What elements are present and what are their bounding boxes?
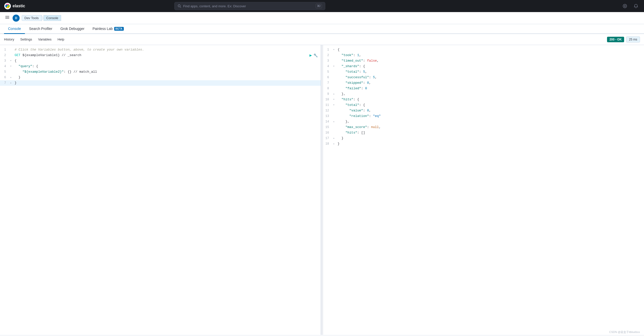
line-content-6: }	[13, 75, 321, 80]
tab-console[interactable]: Console	[4, 24, 25, 34]
line-2-actions: ▶ 🔧	[309, 53, 321, 58]
line-num-1: 1	[0, 47, 9, 52]
editor-line-7: 7 ▴ }	[0, 80, 321, 86]
user-avatar[interactable]: D	[13, 15, 20, 22]
svg-point-4	[5, 5, 7, 8]
response-line-17: 17 ▴ }	[323, 136, 644, 141]
tabs-bar: Console Search Profiler Grok Debugger Pa…	[0, 24, 644, 34]
response-line-12: 12 "value": 0,	[323, 108, 644, 113]
nav-icons	[621, 2, 640, 10]
breadcrumb-devtools[interactable]: Dev Tools	[22, 15, 42, 21]
line-content-7: }	[13, 80, 321, 86]
breadcrumb-separator	[42, 15, 44, 21]
response-line-13: 13 "relation": "eq"	[323, 113, 644, 119]
line-num-4: 4	[0, 64, 9, 69]
editor-line-2: 2 GET ${exampleVariable1} // _search ▶ 🔧	[0, 53, 321, 58]
search-icon	[178, 4, 181, 8]
right-response-pane[interactable]: 1 ▾ { 2 "took": 1, 3 "timed_out": false,…	[323, 45, 644, 335]
editor-code-lines: 1 # Click the Variables button, above, t…	[0, 45, 321, 88]
response-line-15: 15 "max_score": null,	[323, 124, 644, 130]
response-line-1: 1 ▾ {	[323, 47, 644, 53]
svg-line-7	[180, 7, 181, 8]
response-line-7: 7 "skipped": 0,	[323, 80, 644, 86]
response-line-11: 11 ▾ "total": {	[323, 102, 644, 108]
line-content-2: GET ${exampleVariable1} // _search	[13, 53, 309, 58]
tab-search-profiler[interactable]: Search Profiler	[25, 24, 56, 34]
line-num-6: 6	[0, 75, 9, 80]
line-content-4: "query": {	[13, 64, 321, 69]
hamburger-button[interactable]	[4, 14, 11, 22]
response-line-16: 16 "hits": []	[323, 130, 644, 136]
toolbar: History Settings Variables Help 200 - OK…	[0, 34, 644, 45]
run-button[interactable]: ▶	[309, 53, 312, 58]
beta-badge: BETA	[114, 27, 124, 31]
response-line-8: 8 "failed": 0	[323, 86, 644, 91]
toolbar-settings[interactable]: Settings	[20, 36, 32, 42]
search-placeholder: Find apps, content, and more. Ex: Discov…	[183, 4, 314, 8]
tab-painless-lab[interactable]: Painless Lab BETA	[89, 24, 128, 34]
line-num-7: 7	[0, 80, 9, 86]
editor-line-6: 6 ▴ }	[0, 75, 321, 80]
response-line-18: 18 ▴ }	[323, 141, 644, 147]
toolbar-help[interactable]: Help	[58, 36, 64, 42]
toolbar-right: 200 - OK 25 ms	[607, 36, 640, 43]
toolbar-variables[interactable]: Variables	[38, 36, 51, 42]
editor-area: 1 # Click the Variables button, above, t…	[0, 45, 644, 335]
elastic-logo[interactable]: elastic	[4, 3, 25, 10]
svg-point-5	[8, 5, 10, 8]
status-badge: 200 - OK	[607, 37, 624, 42]
response-line-6: 6 "successful": 5,	[323, 75, 644, 80]
breadcrumb-bar: D Dev Tools Console	[0, 12, 644, 24]
editor-line-1: 1 # Click the Variables button, above, t…	[0, 47, 321, 53]
response-line-2: 2 "took": 1,	[323, 53, 644, 58]
response-line-9: 9 ▴ },	[323, 91, 644, 97]
share-icon[interactable]	[621, 2, 629, 10]
left-editor-pane[interactable]: 1 # Click the Variables button, above, t…	[0, 45, 321, 335]
global-search-bar[interactable]: Find apps, content, and more. Ex: Discov…	[174, 2, 325, 10]
line-num-3: 3	[0, 58, 9, 63]
notifications-icon[interactable]	[632, 2, 640, 10]
editor-line-4: 4 ▾ "query": {	[0, 64, 321, 69]
editor-line-3: 3 ▾ {	[0, 58, 321, 64]
breadcrumb-console[interactable]: Console	[44, 15, 61, 21]
wrench-button[interactable]: 🔧	[313, 53, 318, 58]
response-line-3: 3 "timed_out": false,	[323, 58, 644, 64]
response-line-10: 10 ▾ "hits": {	[323, 97, 644, 102]
response-line-14: 14 ▴ },	[323, 119, 644, 124]
pane-divider[interactable]: ⋮⋮	[321, 45, 323, 335]
tab-grok-debugger[interactable]: Grok Debugger	[56, 24, 89, 34]
response-line-4: 4 ▾ "_shards": {	[323, 64, 644, 69]
elastic-logo-icon	[4, 3, 11, 10]
elastic-logo-text: elastic	[13, 4, 25, 8]
top-nav: elastic Find apps, content, and more. Ex…	[0, 0, 644, 12]
time-badge: 25 ms	[626, 36, 640, 43]
response-line-5: 5 "total": 5,	[323, 69, 644, 75]
line-num-2: 2	[0, 53, 9, 58]
response-code-lines: 1 ▾ { 2 "took": 1, 3 "timed_out": false,…	[323, 45, 644, 149]
search-shortcut: ⌘/	[316, 4, 322, 8]
toolbar-history[interactable]: History	[4, 36, 14, 42]
breadcrumb: Dev Tools Console	[22, 15, 61, 21]
line-num-5: 5	[0, 69, 9, 74]
line-content-1: # Click the Variables button, above, to …	[13, 47, 321, 52]
editor-line-5: 5 "${exampleVariable2}": {} // match_all	[0, 69, 321, 75]
line-content-5: "${exampleVariable2}": {} // match_all	[13, 69, 321, 74]
watermark: CSDN @蓝盒子itbluebox	[609, 330, 640, 334]
line-content-3: {	[13, 58, 321, 63]
